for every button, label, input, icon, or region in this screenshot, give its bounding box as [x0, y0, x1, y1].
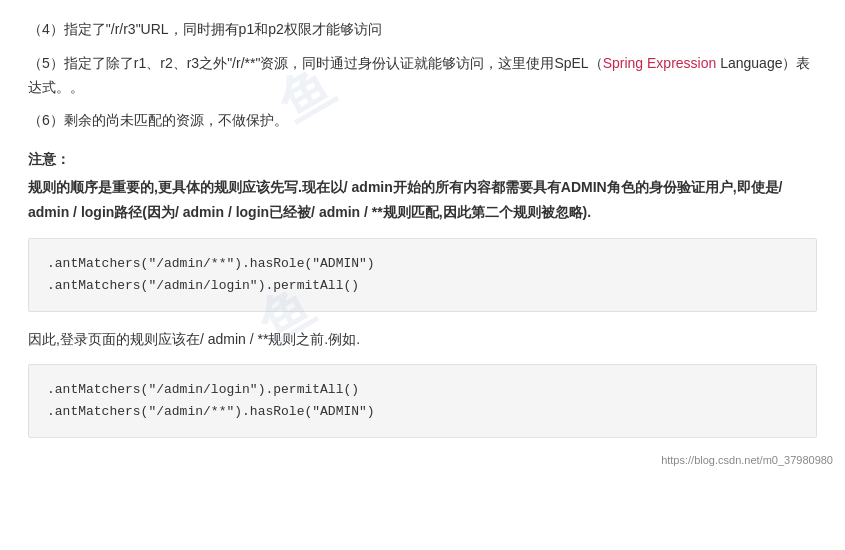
paragraph-4: （4）指定了"/r/r3"URL，同时拥有p1和p2权限才能够访问: [28, 18, 817, 42]
paragraph-5: （5）指定了除了r1、r2、r3之外"/r/**"资源，同时通过身份认证就能够访…: [28, 52, 817, 100]
code-line-1-2: .antMatchers("/admin/login").permitAll(): [47, 275, 798, 297]
paragraph-6: （6）剩余的尚未匹配的资源，不做保护。: [28, 109, 817, 133]
bottom-note: 因此,登录页面的规则应该在/ admin / **规则之前.例如.: [28, 328, 817, 352]
url-link: https://blog.csdn.net/m0_37980980: [661, 454, 833, 466]
code-block-1: .antMatchers("/admin/**").hasRole("ADMIN…: [28, 238, 817, 312]
code-block-2: .antMatchers("/admin/login").permitAll()…: [28, 364, 817, 438]
code-line-2-2: .antMatchers("/admin/**").hasRole("ADMIN…: [47, 401, 798, 423]
important-text: 规则的顺序是重要的,更具体的规则应该先写.现在以/ admin开始的所有内容都需…: [28, 175, 817, 224]
note-label: 注意：: [28, 151, 817, 169]
spring-expression-label: Spring Expression: [603, 55, 717, 71]
code-line-2-1: .antMatchers("/admin/login").permitAll(): [47, 379, 798, 401]
code-line-1-1: .antMatchers("/admin/**").hasRole("ADMIN…: [47, 253, 798, 275]
